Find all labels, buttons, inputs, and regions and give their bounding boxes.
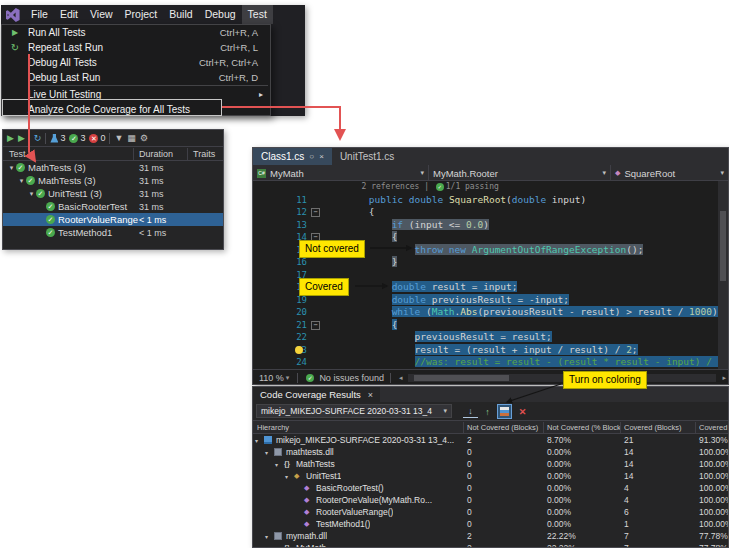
run-all-icon[interactable]: ▶ [7,130,14,147]
remove-coverage-button[interactable]: ✕ [515,404,530,419]
test-row-basicrootertest[interactable]: ✓BasicRooterTest31 ms [3,200,223,213]
run-icon[interactable]: ▶ [18,130,25,147]
breadcrumb-mymath-rooter[interactable]: MyMath.Rooter▾ [429,165,611,181]
horizontal-scrollbar-thumb[interactable] [414,375,509,381]
code-line-24[interactable]: 24//was: result = result - (result * res… [253,356,728,369]
code-line-22[interactable]: 22previousResult = result; [253,331,728,344]
menubar-item-project[interactable]: Project [119,5,164,24]
coverage-row-rootervaluerange[interactable]: ◆RooterValueRange()00.00%6100.00% [253,506,728,518]
menubar-item-build[interactable]: Build [163,5,198,24]
test-row-mathtests-3[interactable]: ▾✓MathTests (3)31 ms [3,174,223,187]
column-hierarchy[interactable]: Hierarchy [257,421,462,434]
import-results-icon[interactable]: ↓ [463,404,478,418]
menu-item-analyze-code-coverage-for-all-tests[interactable]: Analyze Code Coverage for All Tests [2,102,270,117]
coverage-row-unittest1[interactable]: ▾◆UnitTest100.00%14100.00% [253,470,728,482]
menubar-item-file[interactable]: File [25,5,54,24]
menubar-item-test[interactable]: Test [242,5,273,24]
group-by-icon[interactable]: ▦ [127,130,136,147]
test-row-mathtests-3[interactable]: ▾✓MathTests (3)31 ms [3,161,223,174]
coverage-file-dropdown[interactable]: mikejo_MIKEJO-SURFACE 2020-03-31 13_4 ▾ [256,404,452,418]
coverage-row-mymath-dll[interactable]: ▾mymath.dll222.22%777.78% [253,530,728,542]
lightbulb-icon[interactable] [295,346,303,354]
pin-icon[interactable]: ○ [309,152,314,161]
coverage-value-cp: 100.00% [699,482,729,494]
coverage-row-basicrootertest[interactable]: ◆BasicRooterTest()00.00%4100.00% [253,482,728,494]
menubar-item-debug[interactable]: Debug [199,5,242,24]
column-test[interactable]: Test [9,147,26,161]
export-results-icon[interactable]: ↑ [480,404,495,419]
close-icon[interactable]: × [319,152,324,161]
column-covered[interactable]: Covered (% [699,421,729,434]
menubar-item-view[interactable]: View [84,5,119,24]
code-line-12[interactable]: 12−{ [253,206,728,219]
expander-icon[interactable]: ▾ [265,449,268,456]
codelens-references[interactable]: 2 references [362,182,420,191]
coverage-row-mymath[interactable]: ▾{}MyMath222.22%777.78% [253,542,728,548]
code-text: { [323,206,374,219]
close-icon[interactable]: × [368,390,373,400]
vertical-scrollbar-thumb[interactable] [720,211,726,281]
menu-item-run-all-tests[interactable]: ▶Run All TestsCtrl+R, A [2,25,270,40]
fold-marker-icon[interactable]: − [311,208,320,217]
coverage-row-testmethod1[interactable]: ◆TestMethod1()00.00%1100.00% [253,518,728,530]
expander-icon[interactable]: ▾ [265,533,268,540]
code-area[interactable]: 2 references | ✓1/1 passing11public doub… [253,181,728,369]
code-line-11[interactable]: 11public double SquareRoot(double input) [253,194,728,207]
test-row-rootervaluerange[interactable]: ✓RooterValueRange< 1 ms [3,213,223,226]
code-token: ) [712,306,718,317]
total-tests-badge[interactable]: 3 [50,133,65,143]
coverage-grid-rows: ▾mikejo_MIKEJO-SURFACE 2020-03-31 13_4..… [253,434,728,548]
filter-icon[interactable]: ▼ [114,130,123,147]
tab-unittest1-cs[interactable]: UnitTest1.cs [332,148,402,165]
code-line-20[interactable]: 20while (Math.Abs(previousResult - resul… [253,306,728,319]
scroll-right-icon[interactable]: ▸ [720,374,728,382]
failed-tests-badge[interactable]: ✕0 [89,133,105,143]
code-line-13[interactable]: 13if (input <= 0.0) [253,219,728,232]
line-number: 21 [269,319,307,332]
coverage-row-mikejo-mikejo-surface-2020-03-31-13-4[interactable]: ▾mikejo_MIKEJO-SURFACE 2020-03-31 13_4..… [253,434,728,446]
expander-icon[interactable]: ▾ [285,473,288,480]
column-covered-blocks[interactable]: Covered (Blocks) [624,421,695,434]
expander-icon[interactable]: ▾ [255,437,258,444]
expander-icon[interactable]: ▾ [275,461,278,468]
column-not-covered-blocks[interactable]: Not Covered (% Blocks) [547,421,620,434]
menu-item-label: Debug All Tests [28,57,97,68]
vertical-scrollbar[interactable] [718,181,728,369]
column-not-covered-blocks[interactable]: Not Covered (Blocks) [467,421,543,434]
code-token: { [369,206,375,217]
menu-item-debug-all-tests[interactable]: Debug All TestsCtrl+R, Ctrl+A [2,55,270,70]
menu-item-repeat-last-run[interactable]: ↻Repeat Last RunCtrl+R, L [2,40,270,55]
expander-icon[interactable]: ▾ [7,164,16,172]
code-token: double [392,281,426,292]
fold-marker-icon[interactable]: − [311,321,320,330]
passed-tests-badge[interactable]: ✓3 [69,133,85,143]
codelens-passing[interactable]: 1/1 passing [446,182,499,191]
codelens-text[interactable]: 2 references | ✓1/1 passing [323,181,499,194]
scroll-left-icon[interactable]: ◂ [397,374,405,382]
code-line-21[interactable]: 21−{ [253,319,728,332]
code-line-23[interactable]: 23result = (result + input / result) / 2… [253,344,728,357]
coverage-row-mathtests-dll[interactable]: ▾mathtests.dll00.00%14100.00% [253,446,728,458]
zoom-level[interactable]: 110 % [253,373,284,383]
code-content: previousResult = result; [415,331,552,342]
test-row-unittest1-3[interactable]: ▾✓UnitTest1 (3)31 ms [3,187,223,200]
menubar-item-edit[interactable]: Edit [54,5,84,24]
repeat-run-icon[interactable]: ↻ [34,130,42,147]
breadcrumb-squareroot[interactable]: ◆SquareRoot▾ [611,165,728,181]
breadcrumb-mymath[interactable]: C#MyMath▾ [253,165,429,181]
zoom-caret-icon[interactable]: ▾ [284,374,292,382]
column-duration[interactable]: Duration [139,147,173,161]
tab-class1-cs[interactable]: Class1.cs○× [253,148,332,165]
column-traits[interactable]: Traits [193,147,215,161]
coverage-row-rooteronevalue-mymath-ro[interactable]: ◆RooterOneValue(MyMath.Ro...00.00%4100.0… [253,494,728,506]
show-coloring-button[interactable] [497,404,512,419]
menu-item-debug-last-run[interactable]: Debug Last RunCtrl+R, D [2,70,270,85]
coverage-row-mathtests[interactable]: ▾{}MathTests00.00%14100.00% [253,458,728,470]
test-label: UnitTest1 (3) [48,188,102,199]
menu-item-live-unit-testing[interactable]: Live Unit Testing▸ [2,87,270,102]
expander-icon[interactable]: ▾ [17,177,26,185]
expander-icon[interactable]: ▾ [27,190,36,198]
test-row-testmethod1[interactable]: ✓TestMethod1< 1 ms [3,226,223,239]
tab-code-coverage-results[interactable]: Code Coverage Results × [253,387,380,402]
settings-gear-icon[interactable]: ⚙ [140,130,148,147]
